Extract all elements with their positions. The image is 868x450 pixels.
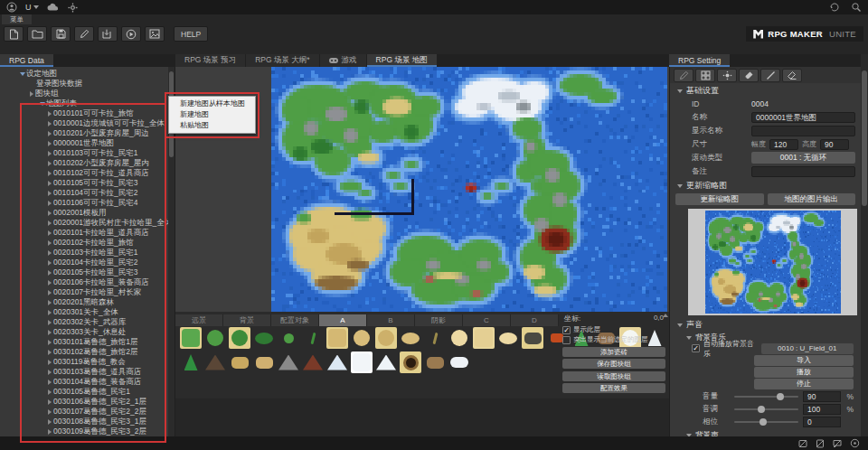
map-list-item[interactable]: 0030101葛鲁德_旅馆1层 — [0, 337, 168, 347]
lava-mountain-tile[interactable] — [302, 352, 324, 373]
basic-settings-header[interactable]: 基础设置 — [670, 85, 861, 97]
pan-slider-knob[interactable] — [760, 418, 767, 426]
map-list-item[interactable]: 0030107葛鲁德_民宅2_2层 — [0, 407, 168, 417]
pan-value-field[interactable]: 0 — [803, 417, 841, 427]
sand-round-tile[interactable] — [351, 327, 373, 349]
map-list-item[interactable]: 0020303关卡_休息处 — [0, 327, 168, 337]
map-list-item[interactable]: 0020001游牧民村庄卡拉哈里_全体 — [0, 218, 168, 228]
map-list-item[interactable]: 0010202小型废弃房屋_屋内 — [0, 158, 168, 168]
tree-collapse-icon[interactable] — [45, 290, 53, 295]
map-list-item[interactable]: 0020101卡拉哈里_道具商店 — [0, 228, 168, 238]
map-list-item[interactable]: 0030104葛鲁德_装备商店 — [0, 377, 168, 387]
context-menu-item[interactable]: 新建地图 — [169, 109, 255, 120]
pitch-slider[interactable] — [734, 404, 798, 415]
sand-rocks-tile[interactable] — [229, 352, 250, 373]
help-button[interactable]: HELP — [174, 26, 208, 42]
layer-tab[interactable]: C — [463, 314, 511, 326]
tree-collapse-icon[interactable] — [27, 91, 35, 97]
volume-slider-knob[interactable] — [777, 393, 784, 400]
pale-patch-tile[interactable] — [497, 327, 519, 349]
layer-tab[interactable]: 配置对象 — [271, 314, 319, 326]
snow-a-tile[interactable] — [351, 352, 373, 373]
tree-expand-icon[interactable] — [38, 102, 46, 106]
map-list-item[interactable]: 0010201小型废弃房屋_周边 — [0, 128, 168, 138]
scroll-type-select[interactable]: 0001 : 无循环 — [751, 152, 855, 164]
map-list-item[interactable]: 0020106卡拉哈里_装备商店 — [0, 277, 168, 287]
eraser-tool-button[interactable] — [782, 69, 802, 82]
scroll-up-icon[interactable] — [663, 314, 668, 317]
map-list-item[interactable]: 0000001世界地图 — [0, 138, 168, 148]
tree-collapse-icon[interactable] — [45, 171, 53, 176]
layer-tab[interactable]: 阴影 — [415, 314, 463, 326]
highlight-layer-option[interactable]: 突出显示当前选定的图层 — [562, 335, 665, 344]
grass-a-tile[interactable] — [180, 327, 202, 349]
boulder-tile[interactable] — [253, 352, 275, 373]
center-tab[interactable]: 游戏 — [320, 54, 366, 67]
bgm-header[interactable]: 背景音乐 — [670, 333, 861, 342]
export-map-image-button[interactable]: 地图的图片输出 — [768, 193, 856, 205]
bgm-autoplay-checkbox[interactable] — [692, 344, 700, 352]
right-scrollbar-thumb[interactable] — [862, 70, 867, 206]
world-map-canvas[interactable] — [271, 67, 667, 312]
layer-tab[interactable]: A — [319, 314, 367, 326]
map-list-item[interactable]: 0010001边境城镇可可卡拉_全体 — [0, 118, 168, 128]
tree-collapse-icon[interactable] — [45, 141, 53, 146]
layer-option-button[interactable]: 添加瓷砖 — [562, 347, 665, 357]
open-project-button[interactable] — [27, 26, 47, 42]
tree-node-tile-group[interactable]: 图块组 — [0, 89, 168, 98]
tree-collapse-icon[interactable] — [45, 419, 53, 425]
center-tab[interactable]: RPG 场景 地图 — [367, 54, 437, 67]
forest-a-tile[interactable] — [229, 327, 250, 349]
light-sand-tile[interactable] — [448, 327, 470, 349]
rock-cluster-tile[interactable] — [522, 327, 543, 349]
pan-slider[interactable] — [734, 417, 798, 427]
sprout-tile[interactable] — [302, 327, 324, 349]
dead-twig-tile[interactable] — [424, 327, 446, 349]
pine-tree-tile[interactable] — [180, 352, 202, 373]
tree-collapse-icon[interactable] — [45, 260, 53, 266]
tree-collapse-icon[interactable] — [45, 220, 53, 226]
map-list-item[interactable]: 0020301关卡_全体 — [0, 307, 168, 317]
bgm-play-button[interactable]: 播放 — [754, 367, 854, 378]
map-list-item[interactable]: 0010104可可卡拉_民宅2 — [0, 188, 168, 198]
tree-collapse-icon[interactable] — [45, 280, 53, 286]
map-list-item[interactable]: 0010105可可卡拉_民宅3 — [0, 178, 168, 188]
context-menu-item[interactable]: 粘贴地图 — [169, 120, 255, 131]
map-list-item[interactable]: 0030105葛鲁德_民宅1 — [0, 387, 168, 397]
show-layer-checkbox[interactable] — [562, 326, 571, 334]
tree-collapse-icon[interactable] — [45, 121, 53, 127]
tree-collapse-icon[interactable] — [45, 370, 53, 375]
map-list-item[interactable]: 0010103可可卡拉_民宅1 — [0, 148, 168, 158]
layer-tab[interactable]: 远景 — [175, 314, 223, 326]
pit-tile[interactable] — [400, 352, 421, 373]
sand-a-tile[interactable] — [473, 327, 495, 349]
tab-rpg-setting[interactable]: RPG Setting — [669, 54, 730, 67]
map-list-item[interactable]: 0002001模板用 — [0, 208, 168, 218]
spray-tool-button[interactable] — [717, 69, 737, 82]
pitch-slider-knob[interactable] — [758, 406, 765, 413]
center-tab[interactable]: RPG 场景 预习 — [175, 54, 245, 67]
map-list-item[interactable]: 0030108葛鲁德_民宅3_1层 — [0, 417, 168, 427]
tree-collapse-icon[interactable] — [45, 350, 53, 355]
note-field[interactable] — [751, 166, 855, 177]
layer-option-button[interactable]: 读取图块组 — [562, 371, 665, 381]
tree-collapse-icon[interactable] — [45, 399, 53, 405]
layer-tab[interactable]: 背景 — [223, 314, 271, 326]
progress-circle-icon[interactable] — [850, 438, 860, 448]
height-field[interactable]: 90 — [820, 139, 849, 150]
tree-collapse-icon[interactable] — [45, 300, 53, 305]
map-list-item[interactable]: 0020104卡拉哈里_民宅2 — [0, 258, 168, 267]
tree-collapse-icon[interactable] — [45, 161, 53, 166]
bgm-import-button[interactable]: 导入 — [754, 355, 854, 366]
map-list-item[interactable]: 0030119葛鲁德_教会 — [0, 357, 168, 367]
iceberg-tile[interactable] — [375, 352, 397, 373]
edit-button[interactable] — [74, 26, 94, 42]
export-button[interactable] — [98, 26, 118, 42]
dark-grass-tile[interactable] — [253, 327, 275, 349]
tree-collapse-icon[interactable] — [45, 111, 53, 117]
map-list-item[interactable]: 0030106葛鲁德_民宅2_1层 — [0, 397, 168, 407]
desert-pattern-tile[interactable] — [326, 327, 348, 349]
pitch-value-field[interactable]: 100 — [803, 404, 841, 415]
play-test-button[interactable] — [121, 26, 141, 42]
width-field[interactable]: 120 — [769, 139, 798, 150]
